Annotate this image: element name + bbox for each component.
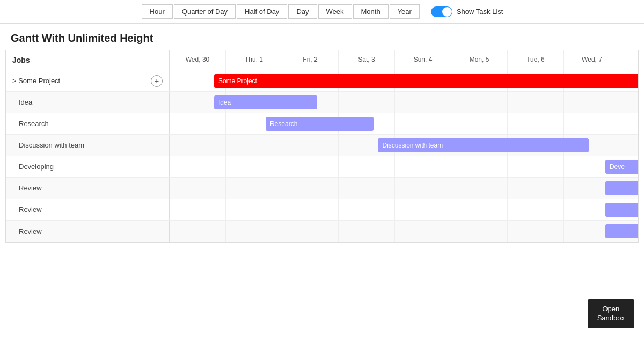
gantt-cols-row-2: Research [170,113,638,134]
gantt-cell-r7-c4 [395,221,451,242]
gantt-cell-r6-c6 [508,199,564,220]
gantt-cell-r3-c5 [451,135,508,156]
gantt-cell-r2-c7 [564,113,620,134]
gantt-cell-r7-c3 [339,221,395,242]
gantt-cell-r7-c2 [282,221,339,242]
gantt-row: Review [6,178,638,199]
gantt-cell-r7-c0 [170,221,226,242]
gantt-cell-r4-c8 [620,156,638,177]
gantt-cell-r3-c7 [564,135,620,156]
task-label: Review [6,178,170,199]
gantt-row: DevelopingDeve [6,156,638,178]
date-header-col-2: Fri, 2 [282,50,339,70]
gantt-cell-r5-c5 [451,178,508,199]
task-label: Review [6,221,170,242]
view-btn-half-of-day[interactable]: Half of Day [237,4,287,19]
gantt-cell-r0-c8 [620,70,638,91]
gantt-cell-r4-c7 [564,156,620,177]
gantt-cell-r2-c6 [508,113,564,134]
open-sandbox-button[interactable]: OpenSandbox [588,299,634,328]
gantt-cell-r7-c8 [620,221,638,242]
gantt-cell-r2-c8 [620,113,638,134]
gantt-cols-row-7 [170,221,638,242]
date-header-col-5: Mon, 5 [451,50,508,70]
gantt-cell-r5-c7 [564,178,620,199]
gantt-cell-r7-c5 [451,221,508,242]
task-label: Discussion with team [6,135,170,156]
gantt-cell-r6-c2 [282,199,339,220]
gantt-row: Review [6,199,638,221]
gantt-cell-r4-c4 [395,156,451,177]
gantt-cell-r5-c2 [282,178,339,199]
gantt-cols-row-5 [170,178,638,199]
gantt-cell-r1-c1 [226,92,282,113]
gantt-cell-r6-c8 [620,199,638,220]
date-header-col-7: Wed, 7 [564,50,620,70]
gantt-cell-r2-c1 [226,113,282,134]
dates-header: Wed, 30Thu, 1Fri, 2Sat, 3Sun, 4Mon, 5Tue… [170,50,638,70]
task-label: Developing [6,156,170,177]
gantt-row: Discussion with teamDiscussion with team [6,135,638,156]
view-btn-quarter-of-day[interactable]: Quarter of Day [174,4,236,19]
view-btn-hour[interactable]: Hour [142,4,173,19]
show-task-toggle: Show Task List [431,6,503,17]
gantt-wrapper: Jobs Wed, 30Thu, 1Fri, 2Sat, 3Sun, 4Mon,… [5,50,639,243]
gantt-cell-r6-c3 [339,199,395,220]
gantt-cell-r4-c5 [451,156,508,177]
gantt-cols-row-1: Idea [170,92,638,113]
task-label: Idea [6,92,170,113]
page-title: Gantt With Unlimited Height [0,24,644,50]
gantt-cell-r1-c3 [339,92,395,113]
view-btn-year[interactable]: Year [390,4,420,19]
gantt-cell-r3-c3 [339,135,395,156]
gantt-cell-r0-c3 [339,70,395,91]
gantt-cell-r4-c3 [339,156,395,177]
toolbar: HourQuarter of DayHalf of DayDayWeekMont… [0,0,644,24]
gantt-row: > Some Project+Some Project [6,70,638,92]
jobs-column-header: Jobs [6,50,170,70]
gantt-cell-r3-c8 [620,135,638,156]
gantt-cell-r5-c1 [226,178,282,199]
gantt-cell-r5-c0 [170,178,226,199]
gantt-cell-r0-c1 [226,70,282,91]
gantt-cell-r2-c2 [282,113,339,134]
gantt-cell-r6-c4 [395,199,451,220]
gantt-cols-row-4: Deve [170,156,638,177]
gantt-cell-r0-c7 [564,70,620,91]
gantt-cell-r5-c4 [395,178,451,199]
gantt-header: Jobs Wed, 30Thu, 1Fri, 2Sat, 3Sun, 4Mon,… [6,50,638,70]
gantt-cell-r0-c5 [451,70,508,91]
gantt-cell-r5-c3 [339,178,395,199]
view-btn-week[interactable]: Week [318,4,352,19]
gantt-cell-r2-c0 [170,113,226,134]
gantt-cell-r4-c0 [170,156,226,177]
view-btn-month[interactable]: Month [353,4,389,19]
date-header-col-3: Sat, 3 [339,50,395,70]
gantt-cell-r7-c6 [508,221,564,242]
gantt-cell-r1-c8 [620,92,638,113]
show-task-label: Show Task List [457,8,503,16]
gantt-cell-r6-c7 [564,199,620,220]
gantt-cell-r6-c1 [226,199,282,220]
task-label: Review [6,199,170,220]
gantt-cell-r5-c6 [508,178,564,199]
show-task-toggle-switch[interactable] [431,6,452,17]
gantt-cell-r1-c6 [508,92,564,113]
task-label: Research [6,113,170,134]
gantt-cell-r0-c2 [282,70,339,91]
date-header-col-0: Wed, 30 [170,50,226,70]
gantt-cell-r3-c4 [395,135,451,156]
gantt-row: ResearchResearch [6,113,638,135]
gantt-cell-r6-c0 [170,199,226,220]
view-btn-day[interactable]: Day [288,4,317,19]
gantt-cell-r3-c0 [170,135,226,156]
gantt-cell-r1-c7 [564,92,620,113]
gantt-cell-r1-c5 [451,92,508,113]
gantt-cell-r7-c1 [226,221,282,242]
gantt-cell-r0-c4 [395,70,451,91]
gantt-cell-r3-c6 [508,135,564,156]
gantt-cell-r2-c3 [339,113,395,134]
gantt-cell-r1-c0 [170,92,226,113]
add-task-button[interactable]: + [151,75,163,87]
toggle-knob [442,7,452,17]
